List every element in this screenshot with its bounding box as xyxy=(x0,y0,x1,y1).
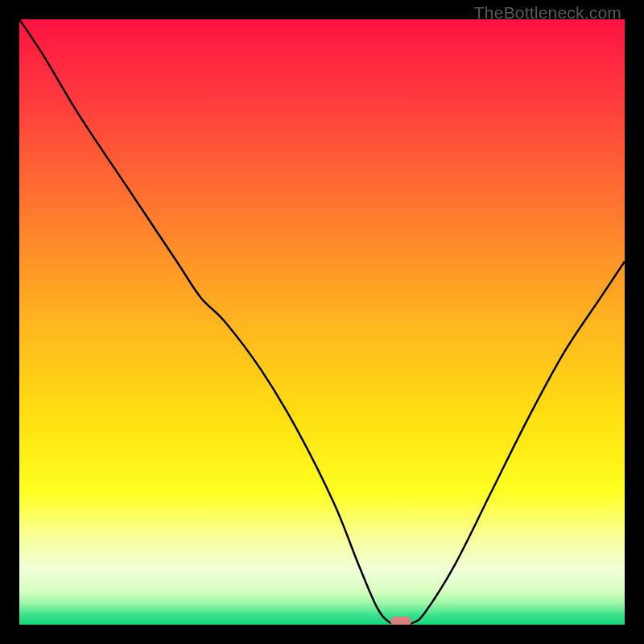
plot-area xyxy=(19,19,625,625)
watermark-text: TheBottleneck.com xyxy=(474,3,621,23)
bottleneck-curve xyxy=(19,19,625,625)
optimal-point-marker xyxy=(390,617,411,625)
chart-frame: TheBottleneck.com xyxy=(0,0,644,644)
